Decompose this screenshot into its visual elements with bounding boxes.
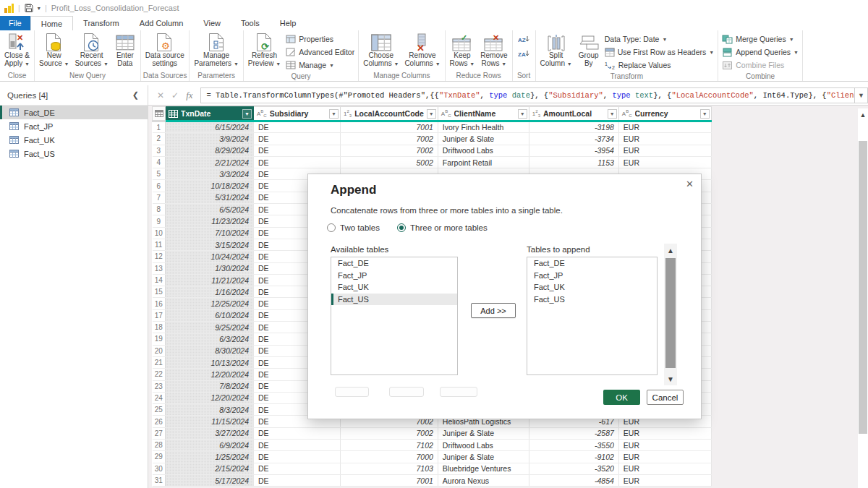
list-item-fact_uk[interactable]: Fact_UK xyxy=(527,281,657,294)
use-first-row-as-headers-button[interactable]: Use First Row as Headers▼ xyxy=(603,46,715,59)
column-header-localaccountcode[interactable]: 123LocalAccountCode▼ xyxy=(341,107,438,121)
sort-za-button[interactable]: ZA xyxy=(518,48,530,61)
keep-rows-button[interactable]: ✓Keep Rows ▼ xyxy=(448,32,477,69)
manage-parameters-button[interactable]: Manage Parameters ▼ xyxy=(192,32,240,69)
close-apply-button[interactable]: ✕Close & Apply ▼ xyxy=(2,32,32,69)
ribbon-group-label: Transform xyxy=(538,72,716,81)
svg-text:✕: ✕ xyxy=(417,43,425,52)
query-item-fact_uk[interactable]: Fact_UK xyxy=(0,133,148,147)
ribbon-group-close: ✕Close & Apply ▼Close xyxy=(0,30,35,81)
new-source-button[interactable]: New Source ▼ xyxy=(37,32,71,69)
cancel-button[interactable]: Cancel xyxy=(647,390,684,405)
ribbon-group-label: Query xyxy=(246,72,356,81)
filter-icon[interactable]: ▼ xyxy=(329,109,339,119)
remove-columns-button[interactable]: ✕Remove Columns ▼ xyxy=(402,32,442,69)
formula-accept-icon[interactable]: ✓ xyxy=(171,90,179,100)
available-tables-listbox[interactable]: Fact_DEFact_JPFact_UKFact_US xyxy=(331,257,458,375)
ribbon-group-label: Parameters xyxy=(192,71,240,81)
text-type-icon: ABC xyxy=(622,108,632,119)
formula-input[interactable]: = Table.TransformColumnTypes(#"Promoted … xyxy=(200,87,855,103)
radio-three-or-more-tables[interactable]: Three or more tables xyxy=(397,223,488,232)
append-queries-button[interactable]: Append Queries▼ xyxy=(720,46,800,59)
manage-button[interactable]: Manage▼ xyxy=(284,59,356,72)
filter-icon[interactable]: ▼ xyxy=(518,109,527,119)
dialog-scrollbar[interactable]: ▲ ▼ xyxy=(664,244,677,385)
data-source-settings-button[interactable]: ⚙Data source settings xyxy=(143,32,187,68)
column-header-subsidiary[interactable]: ABCSubsidiary▼ xyxy=(254,107,341,121)
remove-rows-icon: ✕ xyxy=(484,33,504,52)
save-icon[interactable] xyxy=(25,4,33,12)
dialog-close-icon[interactable]: ✕ xyxy=(686,179,694,189)
collapse-pane-icon[interactable]: ❮ xyxy=(132,90,139,100)
menu-tab-view[interactable]: View xyxy=(193,16,231,30)
menu-tab-transform[interactable]: Transform xyxy=(73,16,129,30)
datasource-settings-icon: ⚙ xyxy=(156,33,173,52)
remove-rows-button[interactable]: ✕Remove Rows ▼ xyxy=(478,32,509,69)
ok-button[interactable]: OK xyxy=(603,390,640,405)
svg-text:AZ: AZ xyxy=(518,37,526,43)
query-item-fact_de[interactable]: Fact_DE xyxy=(0,106,148,119)
formula-cancel-icon[interactable]: ✕ xyxy=(157,90,164,100)
menu-tab-help[interactable]: Help xyxy=(270,16,307,30)
split-column-button[interactable]: Split Column ▼ xyxy=(538,32,574,69)
column-header-txndate[interactable]: TxnDate▼ xyxy=(166,107,254,121)
merge-queries-button[interactable]: Merge Queries▼ xyxy=(720,33,800,46)
filter-icon[interactable]: ▼ xyxy=(700,109,710,119)
menu-tab-tools[interactable]: Tools xyxy=(231,16,270,30)
queries-pane: Queries [4] ❮ Fact_DEFact_JPFact_UKFact_… xyxy=(0,85,148,488)
list-item-fact_jp[interactable]: Fact_JP xyxy=(527,270,657,282)
properties-button[interactable]: Properties xyxy=(284,33,356,46)
column-header-currency[interactable]: ABCCurrency▼ xyxy=(618,107,711,121)
radio-two-tables[interactable]: Two tables xyxy=(327,223,380,232)
choose-columns-button[interactable]: Choose Columns ▼ xyxy=(361,32,401,69)
advanced-editor-icon xyxy=(286,47,296,57)
radio-dot-icon[interactable] xyxy=(327,223,336,232)
tables-to-append-listbox[interactable]: Fact_DEFact_JPFact_UKFact_US xyxy=(527,257,658,375)
advanced-editor-button[interactable]: Advanced Editor xyxy=(284,46,356,59)
ribbon-group-parameters: Manage Parameters ▼Parameters xyxy=(190,30,243,81)
menu-tab-file[interactable]: File xyxy=(0,16,30,30)
menu-tab-add-column[interactable]: Add Column xyxy=(129,16,194,30)
quick-access-caret-icon[interactable]: ▾ xyxy=(38,5,41,12)
vertical-scrollbar[interactable]: ▲ xyxy=(858,108,868,488)
table-corner-menu[interactable] xyxy=(153,107,166,121)
radio-dot-icon[interactable] xyxy=(397,223,406,232)
refresh-preview-button[interactable]: ⟳Refresh Preview ▼ xyxy=(246,32,283,69)
dialog-scroll-down-icon[interactable]: ▼ xyxy=(664,372,677,385)
query-item-fact_jp[interactable]: Fact_JP xyxy=(0,119,148,133)
query-item-fact_us[interactable]: Fact_US xyxy=(0,147,148,160)
column-header-clientname[interactable]: ABCClientName▼ xyxy=(438,107,529,121)
group-by-button[interactable]: Group By xyxy=(576,32,602,68)
dialog-description: Concatenate rows from three or more tabl… xyxy=(331,206,563,215)
ribbon-group-new-query: New Source ▼Recent Sources ▼Enter DataNe… xyxy=(35,30,141,81)
list-item-fact_us[interactable]: Fact_US xyxy=(527,294,657,306)
replace-values-button[interactable]: 12Replace Values xyxy=(603,59,715,72)
ribbon-group-data-sources: ⚙Data source settingsData Sources xyxy=(141,30,190,81)
data-type-date-button[interactable]: Data Type: Date▼ xyxy=(603,33,715,46)
list-item-fact_us[interactable]: Fact_US xyxy=(331,294,457,306)
number-type-icon: 123 xyxy=(344,108,352,119)
dialog-scrollbar-thumb[interactable] xyxy=(665,258,676,368)
enter-data-button[interactable]: Enter Data xyxy=(112,32,138,68)
list-item-fact_uk[interactable]: Fact_UK xyxy=(331,281,457,294)
scroll-up-icon[interactable]: ▲ xyxy=(858,108,868,121)
column-header-amountlocal[interactable]: 123AmountLocal▼ xyxy=(529,107,618,121)
filter-icon[interactable]: ▼ xyxy=(427,109,436,119)
append-queries-icon xyxy=(722,48,733,57)
append-dialog: ✕ Append Concatenate rows from three or … xyxy=(307,174,702,419)
recent-sources-button[interactable]: Recent Sources ▼ xyxy=(72,32,110,69)
scrollbar-thumb[interactable] xyxy=(859,141,867,434)
menu-tab-home[interactable]: Home xyxy=(30,16,73,30)
dialog-scroll-up-icon[interactable]: ▲ xyxy=(664,244,677,257)
list-item-fact_de[interactable]: Fact_DE xyxy=(527,257,657,270)
number-type-icon: 123 xyxy=(532,108,540,119)
list-item-fact_jp[interactable]: Fact_JP xyxy=(331,270,457,282)
formula-expand-icon[interactable]: ▼ xyxy=(855,87,868,103)
sort-az-button[interactable]: AZ xyxy=(518,33,530,46)
filter-icon[interactable]: ▼ xyxy=(608,109,617,119)
list-item-fact_de[interactable]: Fact_DE xyxy=(331,257,457,270)
filter-icon[interactable]: ▼ xyxy=(242,109,252,119)
divider: | xyxy=(45,4,47,12)
add-button[interactable]: Add >> xyxy=(471,303,516,318)
svg-text:✕: ✕ xyxy=(493,33,499,42)
